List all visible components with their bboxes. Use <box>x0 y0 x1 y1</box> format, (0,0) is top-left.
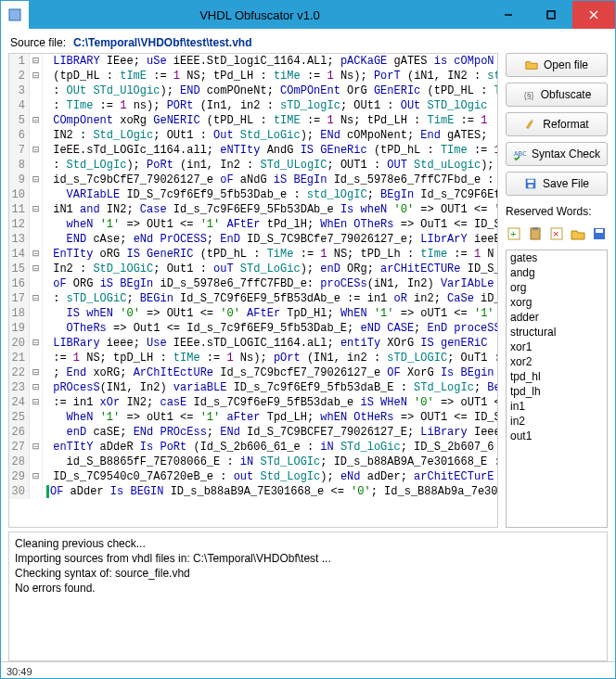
code-line[interactable]: 12 wheN '1' => OUt1 <= '1' AFtEr tPd_lH;… <box>9 217 497 232</box>
code-line[interactable]: 5⊟ COmpOnent xoRg GeNERIC (tPD_HL : tIME… <box>9 113 497 128</box>
reserved-word-item[interactable]: org <box>507 280 607 295</box>
code-line[interactable]: 26 enD caSE; ENd PROcEss; ENd Id_S_7C9BC… <box>9 425 497 440</box>
code-line[interactable]: 7⊟ IeEE.sTd_LOGIc_1164.all; eNTIty AndG … <box>9 143 497 158</box>
code-line[interactable]: 24⊟ := in1 xOr IN2; casE Id_s_7C9f6eF9_5… <box>9 395 497 410</box>
console-output: Cleaning previous check...Importing sour… <box>8 532 608 661</box>
reserved-word-item[interactable]: andg <box>507 265 607 280</box>
console-line: No errors found. <box>15 581 601 596</box>
app-icon <box>1 1 29 29</box>
code-line[interactable]: 10 VARIabLE ID_S_7c9f6Ef9_5fb53Dab_e : s… <box>9 187 497 202</box>
reserved-word-item[interactable]: tpd_hl <box>507 369 607 384</box>
side-panel: Open file {§} Obfuscate Reformat ABC Syn… <box>506 53 608 528</box>
save-file-label: Save File <box>543 177 589 190</box>
svg-rect-9 <box>528 185 533 188</box>
code-line[interactable]: 13 END cAse; eNd PrOCESS; EnD ID_S_7C9BC… <box>9 232 497 247</box>
svg-rect-8 <box>527 180 533 184</box>
code-editor[interactable]: 1⊟ LIBRARY IEee; uSe iEEE.StD_logiC_1164… <box>8 53 498 528</box>
close-button[interactable] <box>572 1 615 29</box>
reserved-word-item[interactable]: structural <box>507 325 607 340</box>
code-line[interactable]: 16 oF ORG iS BEgIn iD_s_5978e6_7ffC7FBD_… <box>9 276 497 291</box>
source-label: Source file: <box>10 36 66 49</box>
svg-rect-2 <box>547 11 555 19</box>
remove-word-icon[interactable]: × <box>548 225 565 242</box>
code-line[interactable]: 11⊟ iN1 and IN2; Case Id_s_7c9F6EF9_5Fb5… <box>9 202 497 217</box>
paste-icon[interactable] <box>527 225 544 242</box>
svg-rect-17 <box>596 229 603 233</box>
reformat-label: Reformat <box>543 118 588 131</box>
open-file-button[interactable]: Open file <box>506 53 608 77</box>
code-line[interactable]: 6 IN2 : Std_LOgic; OUt1 : Out Std_LoGic)… <box>9 128 497 143</box>
save-list-icon[interactable] <box>591 225 608 242</box>
code-line[interactable]: 3 : OUt STd_UlOgic); END comPOneNt; COmP… <box>9 83 497 98</box>
reserved-words-list[interactable]: gatesandgorgxorgadderstructuralxor1xor2t… <box>506 250 608 528</box>
svg-text:×: × <box>553 228 558 239</box>
code-line[interactable]: 23⊟ pROcesS(IN1, In2) variaBLE ID_s_7c9f… <box>9 380 497 395</box>
code-line[interactable]: 19 OTheRs => Out1 <= Id_s_7c9f6EF9_5fb53… <box>9 321 497 336</box>
code-line[interactable]: 9⊟ id_s_7c9bCfE7_79026127_e oF aNdG iS B… <box>9 173 497 187</box>
minimize-button[interactable] <box>487 1 530 29</box>
code-line[interactable]: 29⊟ ID_s_7C9540c0_7A6720eB_e : out Std_L… <box>9 469 497 484</box>
reserved-words-toolbar: + × <box>506 224 608 244</box>
svg-text:{§}: {§} <box>523 91 533 100</box>
code-line[interactable]: 20⊟ LIBRary ieee; Use IEEe.sTD_LOGIC_116… <box>9 336 497 351</box>
console-line: Cleaning previous check... <box>15 536 601 551</box>
save-file-button[interactable]: Save File <box>506 172 608 196</box>
add-word-icon[interactable]: + <box>506 225 522 242</box>
reserved-word-item[interactable]: xorg <box>507 295 607 310</box>
code-line[interactable]: 8 : Std_LOgIc); PoRt (in1, In2 : STd_ULo… <box>9 158 497 173</box>
syntax-check-label: Syntax Check <box>532 147 600 160</box>
svg-text:+: + <box>510 228 516 239</box>
titlebar: VHDL Obfuscator v1.0 <box>1 1 615 29</box>
status-bar: 30:49 <box>1 661 615 679</box>
source-path: C:\Temporal\VHDObf\test\test.vhd <box>73 36 606 49</box>
code-line[interactable]: 1⊟ LIBRARY IEee; uSe iEEE.StD_logiC_1164… <box>9 54 497 69</box>
obfuscate-label: Obfuscate <box>541 88 592 101</box>
reserved-word-item[interactable]: tpd_lh <box>507 384 607 399</box>
reserved-word-item[interactable]: out1 <box>507 429 607 443</box>
syntax-check-button[interactable]: ABC Syntax Check <box>506 142 608 166</box>
reserved-words-label: Reserved Words: <box>506 205 608 218</box>
code-line[interactable]: 25 WheN '1' => oUt1 <= '1' aFter Tpd_LH;… <box>9 410 497 425</box>
code-line[interactable]: 21 := 1 NS; tpD_LH : tIMe := 1 Ns); pOrt… <box>9 351 497 365</box>
code-line[interactable]: 15⊟ In2 : StD_lOGiC; Out1 : ouT STd_LoGi… <box>9 262 497 276</box>
code-line[interactable]: 27⊟ enTItY aDdeR Is PoRt (Id_S_2b606_61_… <box>9 440 497 455</box>
maximize-button[interactable] <box>530 1 572 29</box>
reserved-word-item[interactable]: gates <box>507 250 607 265</box>
svg-text:ABC: ABC <box>514 150 526 157</box>
svg-rect-0 <box>9 9 20 20</box>
code-line[interactable]: 2⊟ (tpD_HL : tImE := 1 NS; tPd_LH : tiMe… <box>9 69 497 83</box>
reformat-button[interactable]: Reformat <box>506 112 608 136</box>
code-line[interactable]: 30OF aDder Is BEGIN ID_s_b88aB9A_7E30166… <box>9 484 497 499</box>
cursor-position: 30:49 <box>6 666 32 677</box>
window-title: VHDL Obfuscator v1.0 <box>32 8 487 22</box>
console-line: Checking syntax of: source_file.vhd <box>15 566 601 581</box>
code-line[interactable]: 17⊟ : sTD_LOGiC; BEGin Id_S_7C9f6EF9_5fB… <box>9 291 497 306</box>
reserved-word-item[interactable]: adder <box>507 310 607 325</box>
svg-rect-13 <box>533 227 538 230</box>
reserved-word-item[interactable]: in1 <box>507 399 607 414</box>
code-line[interactable]: 4 : TIme := 1 ns); PORt (In1, in2 : sTD_… <box>9 98 497 113</box>
reserved-word-item[interactable]: in2 <box>507 414 607 429</box>
code-line[interactable]: 28 id_S_B8865fF_7E708066_E : iN STd_LOGI… <box>9 455 497 469</box>
console-line: Importing sources from vhdl files in: C:… <box>15 551 601 566</box>
reserved-word-item[interactable]: xor1 <box>507 340 607 354</box>
code-line[interactable]: 14⊟ EnTIty oRG IS GeneRIC (tPD_hL : TiMe… <box>9 247 497 262</box>
open-list-icon[interactable] <box>570 225 586 242</box>
code-line[interactable]: 18 IS whEN '0' => OUt1 <= '0' AFtEr TpD_… <box>9 306 497 321</box>
reserved-word-item[interactable]: xor2 <box>507 354 607 369</box>
open-file-label: Open file <box>544 58 588 71</box>
obfuscate-button[interactable]: {§} Obfuscate <box>506 83 608 107</box>
code-line[interactable]: 22⊟ ; End xoRG; ArChItEctURe Id_s_7C9bcf… <box>9 365 497 380</box>
source-bar: Source file: C:\Temporal\VHDObf\test\tes… <box>1 29 615 53</box>
